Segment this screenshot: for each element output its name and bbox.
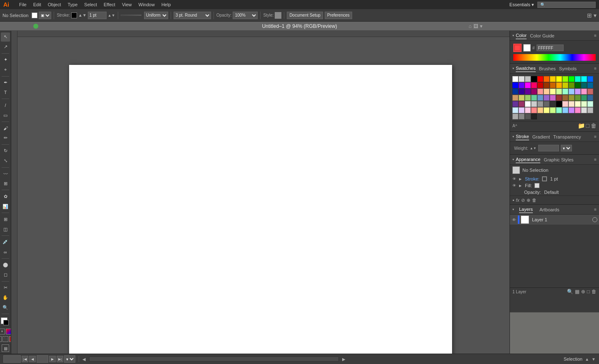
prev-btn[interactable]: ◀ xyxy=(29,356,36,362)
scroll-down-icon[interactable]: ▼ xyxy=(592,357,596,362)
swatch-73[interactable] xyxy=(562,107,568,113)
fill-expand-icon[interactable]: ▶ xyxy=(519,184,523,188)
style-swatch[interactable] xyxy=(275,12,281,19)
search-input-area[interactable]: 🔍 xyxy=(537,2,596,8)
new-layer-icon[interactable]: □ xyxy=(587,289,590,295)
pen-tool[interactable]: ✒ xyxy=(1,78,10,87)
swatch-1[interactable] xyxy=(519,76,524,82)
swatch-21[interactable] xyxy=(562,82,568,88)
symbols-tab[interactable]: Symbols xyxy=(559,65,577,72)
background-swatch[interactable] xyxy=(523,44,531,52)
swatch-61[interactable] xyxy=(569,101,574,107)
swatch-23[interactable] xyxy=(575,82,581,88)
rect-tool[interactable]: ▭ xyxy=(1,111,10,120)
fx-icon[interactable]: fx xyxy=(516,198,519,203)
gradient-tab[interactable]: Gradient xyxy=(532,134,550,140)
menu-item-view[interactable]: View xyxy=(122,2,132,7)
swatch-14[interactable] xyxy=(519,82,524,88)
tip-select[interactable]: 3 pt. Round xyxy=(174,12,211,19)
swatch-54[interactable] xyxy=(525,101,531,107)
appearance-panel-header[interactable]: ▾ Appearance Graphic Styles ≡ xyxy=(510,155,599,165)
live-paint-tool[interactable]: ⬤ xyxy=(1,260,10,270)
eraser-tool[interactable]: ◻ xyxy=(1,270,10,280)
delete-item-icon[interactable]: 🗑 xyxy=(532,198,537,203)
layer-1-item[interactable]: 👁 Layer 1 xyxy=(510,215,599,225)
swatch-49[interactable] xyxy=(575,95,581,101)
stroke-tab[interactable]: Stroke xyxy=(516,133,529,140)
layers-menu-icon[interactable]: ≡ xyxy=(594,207,597,212)
swatch-75[interactable] xyxy=(575,107,581,113)
stroke-unit-select[interactable]: ▾ xyxy=(561,145,572,151)
swatch-34[interactable] xyxy=(562,89,568,94)
swatch-67[interactable] xyxy=(525,107,531,113)
color-guide-tab[interactable]: Color Guide xyxy=(530,32,554,39)
swatch-45[interactable] xyxy=(550,95,556,101)
menu-item-window[interactable]: Window xyxy=(139,2,155,7)
swatch-59[interactable] xyxy=(556,101,562,107)
rotate-tool[interactable]: ↻ xyxy=(1,146,10,156)
color-panel-menu-icon[interactable]: ≡ xyxy=(594,33,597,38)
swatch-7[interactable] xyxy=(556,76,562,82)
swatch-8[interactable] xyxy=(562,76,568,82)
swatch-32[interactable] xyxy=(550,89,556,94)
next-artboard-btn[interactable]: ▶| xyxy=(57,356,63,362)
swatches-menu-icon[interactable]: ≡ xyxy=(594,66,597,71)
swatch-4[interactable] xyxy=(537,76,543,82)
swatch-20[interactable] xyxy=(556,82,562,88)
swatch-43[interactable] xyxy=(537,95,543,101)
graphic-styles-tab[interactable]: Graphic Styles xyxy=(544,156,574,163)
swatch-51[interactable] xyxy=(587,95,593,101)
swatch-9[interactable] xyxy=(569,76,574,82)
gradient-mode[interactable] xyxy=(6,329,11,334)
lasso-tool[interactable]: ⌖ xyxy=(1,65,10,74)
menu-item-help[interactable]: Help xyxy=(162,2,171,7)
swatch-47[interactable] xyxy=(562,95,568,101)
preferences-button[interactable]: Preferences xyxy=(325,12,352,19)
new-sublayer-icon[interactable]: ⊕ xyxy=(581,289,585,295)
swatch-50[interactable] xyxy=(581,95,587,101)
add-new-fill-icon[interactable]: ▪ xyxy=(512,197,514,203)
swatch-39[interactable] xyxy=(512,95,518,101)
type-tool[interactable]: T xyxy=(1,88,10,97)
eyedropper-tool[interactable]: 💉 xyxy=(1,238,10,247)
swatch-41[interactable] xyxy=(525,95,531,101)
swatch-5[interactable] xyxy=(544,76,549,82)
swatch-36[interactable] xyxy=(575,89,581,94)
layers-panel-header[interactable]: ▾ Layers Artboards ≡ xyxy=(510,205,599,215)
swatch-6[interactable] xyxy=(550,76,556,82)
stroke-arrows[interactable]: ▲▼ xyxy=(108,13,115,17)
swatch-60[interactable] xyxy=(562,101,568,107)
swatch-68[interactable] xyxy=(531,107,537,113)
swatch-17[interactable] xyxy=(537,82,543,88)
swatches-tab[interactable]: Swatches xyxy=(516,65,536,72)
transparency-tab[interactable]: Transparency xyxy=(553,134,581,140)
swatch-2[interactable] xyxy=(525,76,531,82)
pencil-tool[interactable]: ✏ xyxy=(1,134,10,143)
swatch-0[interactable] xyxy=(512,76,518,82)
zoom-input[interactable]: 94% xyxy=(3,355,21,363)
swatch-76[interactable] xyxy=(581,107,587,113)
stroke-menu-icon[interactable]: ≡ xyxy=(594,134,597,139)
gradient-tool[interactable]: ◫ xyxy=(1,225,10,234)
swatch-56[interactable] xyxy=(537,101,543,107)
stroke-mode-select[interactable]: ▣ xyxy=(39,12,51,19)
zoom-tool[interactable]: 🔍 xyxy=(1,303,10,312)
brushes-tab[interactable]: Brushes xyxy=(539,65,556,72)
swatch-35[interactable] xyxy=(569,89,574,94)
swatch-46[interactable] xyxy=(556,95,562,101)
column-graph-tool[interactable]: 📊 xyxy=(1,202,10,211)
artboard-num-input[interactable]: 1 xyxy=(37,355,48,363)
make-clipping-mask-icon[interactable]: ▦ xyxy=(575,289,579,295)
swatch-66[interactable] xyxy=(519,107,524,113)
stroke-weight-input[interactable] xyxy=(88,12,107,19)
scroll-right-icon[interactable]: ▶ xyxy=(342,357,345,362)
swatch-44[interactable] xyxy=(544,95,549,101)
swatch-42[interactable] xyxy=(531,95,537,101)
swatch-63[interactable] xyxy=(581,101,587,107)
swatch-22[interactable] xyxy=(569,82,574,88)
swatch-28[interactable] xyxy=(525,89,531,94)
warp-tool[interactable]: 〰 xyxy=(1,169,10,178)
swatch-27[interactable] xyxy=(519,89,524,94)
layers-tab[interactable]: Layers xyxy=(519,206,533,213)
color-gradient-bar[interactable] xyxy=(513,54,596,61)
